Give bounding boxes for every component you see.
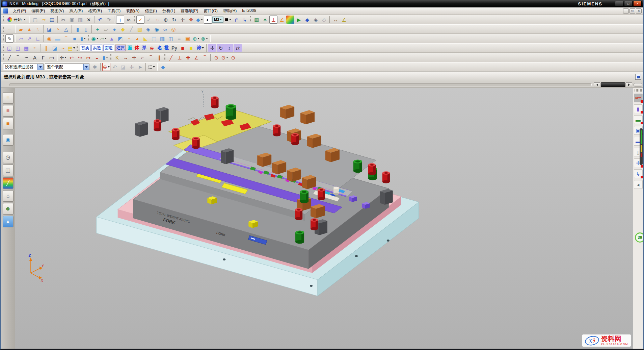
mdi-restore-button[interactable]: ◱ — [629, 8, 635, 14]
eraser-icon[interactable]: ◪ — [119, 63, 127, 71]
pan-view-icon[interactable]: ✛ — [179, 16, 187, 24]
trim-corner-icon[interactable]: ⌐ — [138, 53, 146, 61]
mdi-minimize-button[interactable]: ─ — [623, 8, 629, 14]
through-curves-icon[interactable]: ◰ — [14, 44, 22, 52]
menu-item-8[interactable]: 分析(L) — [160, 7, 178, 15]
toolbar-grip[interactable] — [3, 54, 4, 61]
measure-distance-icon[interactable]: ↔ — [331, 16, 340, 24]
patch-icon[interactable]: ◉ — [153, 25, 161, 33]
menu-item-9[interactable]: 首选项(P) — [178, 7, 201, 15]
move-face-icon[interactable]: ▰ — [17, 25, 25, 33]
trimmed-sheet-icon[interactable]: ◪ — [51, 44, 59, 52]
wcs-dynamics-icon[interactable]: ∠ — [278, 16, 286, 24]
edge-blend-icon[interactable]: ◔ — [125, 34, 133, 43]
zoom-in-out-icon[interactable]: ⊕ — [162, 16, 170, 24]
menu-item-5[interactable]: 工具(T) — [105, 7, 123, 15]
face-finder-icon[interactable]: ◎ — [169, 25, 178, 33]
menu-item-1[interactable]: 编辑(E) — [29, 7, 48, 15]
offset-curve-icon[interactable]: ∥ — [155, 53, 163, 61]
curve-length-icon[interactable]: ↦ — [84, 53, 92, 61]
sew-icon[interactable]: ◈ — [144, 25, 152, 33]
part-punch-thumb[interactable]: ▮ — [634, 104, 643, 113]
arc2-icon[interactable]: ⌒ — [201, 53, 209, 61]
shell-body-icon[interactable]: ▯ — [82, 25, 90, 33]
circle-icon[interactable]: ⊙ — [212, 53, 220, 61]
toolbar-grip[interactable] — [3, 16, 4, 23]
sew-surface-icon[interactable]: ~ — [59, 44, 67, 52]
constraint-navigator-icon[interactable]: ≡ — [3, 105, 14, 117]
macro-solid-translucent-button[interactable]: 实透 — [91, 45, 102, 51]
datum-csys-icon[interactable]: ∟ — [34, 34, 42, 43]
intersection-point-icon[interactable]: ✛ — [130, 53, 138, 61]
roles-icon[interactable]: ☻ — [3, 203, 14, 215]
spline-icon[interactable]: ~ — [22, 53, 30, 61]
bridge-curve-icon[interactable]: ◒ — [93, 53, 101, 61]
offset-surface-icon[interactable]: ∥ — [42, 44, 50, 52]
datum-plane-icon[interactable]: ▱ — [17, 34, 25, 43]
menu-item-7[interactable]: 信息(I) — [142, 7, 159, 15]
menu-item-6[interactable]: 装配(A) — [123, 7, 142, 15]
close-button[interactable]: ✕ — [633, 1, 642, 6]
dropdown-arrow[interactable] — [226, 57, 228, 58]
menu-item-10[interactable]: 窗口(O) — [201, 7, 220, 15]
dropdown-arrow[interactable] — [84, 38, 86, 39]
dropdown-arrow[interactable] — [64, 57, 66, 58]
notification-badge[interactable]: 39 — [635, 232, 644, 243]
part-block-thumb[interactable]: ▬ — [634, 115, 643, 124]
hole-icon[interactable]: ◉ — [45, 34, 53, 43]
datum-axis-icon[interactable]: ↗ — [25, 34, 33, 43]
menu-item-2[interactable]: 视图(V) — [48, 7, 66, 15]
rectangle-icon[interactable]: ▭ — [48, 53, 56, 61]
graphics-window[interactable]: TOTAL WEIGHT 4707KG FORK FORK — [15, 88, 633, 349]
dropdown-arrow[interactable] — [201, 19, 203, 20]
circle3-icon[interactable]: ⊙ — [229, 53, 237, 61]
chamfer-icon[interactable]: ◣ — [141, 34, 150, 43]
part-key-thumb[interactable]: KEY — [634, 94, 643, 102]
dropdown-arrow[interactable] — [153, 66, 155, 68]
shaded-cube-icon[interactable]: ◆ — [159, 63, 167, 71]
undo-icon[interactable]: ↶ — [96, 16, 104, 24]
datum-pyramid-icon[interactable]: ▲ — [108, 34, 116, 43]
render-style-icon[interactable]: ◐ — [204, 16, 212, 24]
sphere-icon[interactable]: ● — [110, 25, 118, 33]
cut-icon[interactable]: ✂ — [59, 16, 68, 24]
circle-center-icon[interactable]: ⊙ — [221, 53, 229, 61]
minimize-button[interactable]: ─ — [615, 1, 623, 6]
red-cube-icon[interactable]: ■ — [179, 44, 187, 52]
pull-face-icon[interactable]: ▲ — [25, 25, 33, 33]
sequence-icon[interactable]: ▦ — [252, 16, 261, 24]
trim-body-icon[interactable]: ◩ — [116, 34, 124, 43]
macro-batch-button[interactable]: 批 — [163, 44, 170, 52]
dropdown-arrow[interactable] — [220, 19, 222, 20]
replace-face-icon[interactable]: ◪ — [45, 25, 53, 33]
maximize-view-icon[interactable] — [635, 74, 641, 80]
rotate-view-icon[interactable]: ↻ — [170, 16, 178, 24]
maximize-button[interactable]: □ — [624, 1, 633, 6]
window-cascade-icon[interactable]: ✓ — [136, 16, 144, 24]
toolbar-grip[interactable] — [88, 35, 89, 42]
unite-icon[interactable]: ⊕ — [192, 34, 200, 43]
macro-spring-button[interactable]: 弹 — [141, 44, 147, 52]
assemble-component-icon[interactable]: ⇄ — [234, 44, 242, 52]
wcs-orient-icon[interactable]: ⊥ — [269, 16, 277, 24]
dropdown-arrow[interactable] — [24, 19, 26, 20]
perpendicular-icon[interactable]: ⊥ — [176, 53, 184, 61]
pattern-feature-icon[interactable]: ▥ — [158, 34, 166, 43]
exploded-view-icon[interactable]: ✶ — [261, 16, 269, 24]
emboss-icon[interactable]: ▣ — [184, 34, 192, 43]
join-curve-icon[interactable]: → — [122, 53, 130, 61]
scroll-thumb[interactable] — [601, 82, 625, 87]
dropdown-arrow[interactable] — [229, 19, 231, 20]
macro-restore-button[interactable]: 还原 — [115, 45, 126, 51]
open-file-icon[interactable]: ▱ — [39, 16, 48, 24]
palette-grip[interactable] — [635, 89, 642, 92]
find-component-icon[interactable]: ∞ — [125, 16, 133, 24]
scroll-left-button[interactable] — [594, 82, 600, 87]
center-target-icon[interactable]: ⊕ — [148, 44, 156, 52]
selection-scope-dropdown-button[interactable] — [83, 64, 89, 70]
window-tile-icon[interactable]: ✓ — [145, 16, 153, 24]
dropdown-arrow[interactable] — [73, 47, 75, 49]
copy-icon[interactable]: ▣ — [68, 16, 76, 24]
toolbar-grip[interactable] — [3, 45, 4, 51]
resize-blend-icon[interactable]: ◔ — [54, 25, 62, 33]
